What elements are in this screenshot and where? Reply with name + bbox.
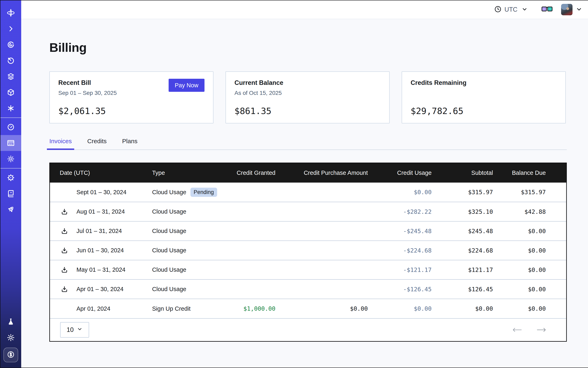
balance-due: $0.00 (493, 299, 566, 318)
credit-granted: $1,000.00 (219, 299, 275, 318)
rocket-icon (7, 205, 15, 214)
credit-usage: -$224.68 (368, 241, 432, 260)
subtotal: $224.68 (432, 241, 493, 260)
user-avatar[interactable] (561, 4, 572, 15)
subtotal: $245.48 (432, 221, 493, 241)
balance-due: $0.00 (493, 260, 566, 279)
credit-granted (219, 241, 275, 260)
sidebar-item-cube[interactable] (0, 84, 21, 100)
invoice-date: Apr 01, 2024 (76, 305, 110, 312)
download-invoice-icon[interactable] (61, 208, 68, 215)
content: Billing Recent Bill Sep 01 – Sep 30, 202… (21, 19, 588, 368)
invoice-type: Cloud Usage (152, 267, 186, 273)
tab-plans[interactable]: Plans (120, 138, 140, 149)
invoice-date: Jun 01 – 30, 2024 (76, 247, 124, 254)
invoice-date: Sept 01 – 30, 2024 (76, 189, 127, 196)
summary-cards: Recent Bill Sep 01 – Sep 30, 2025 Pay No… (49, 71, 567, 123)
balance-as-of: As of Oct 15, 2025 (235, 90, 381, 96)
billing-card-icon (7, 139, 15, 147)
subtotal: $0.00 (432, 299, 493, 318)
sidebar-item-theme[interactable] (0, 330, 21, 346)
invoice-date: Aug 01 – 31, 2024 (76, 208, 125, 215)
page-size-select[interactable]: 10 (60, 322, 89, 338)
invoice-date: Apr 01 – 30, 2024 (76, 286, 124, 293)
credit-usage: $0.00 (368, 183, 432, 202)
sidebar-item-launch[interactable] (0, 202, 21, 217)
column-balance-due: Balance Due (493, 163, 566, 183)
credit-usage: -$282.22 (368, 202, 432, 221)
sun-icon (7, 333, 15, 342)
timezone-selector[interactable]: UTC (494, 6, 528, 14)
gear-icon (7, 155, 15, 163)
sidebar-item-history[interactable] (0, 53, 21, 69)
subtotal: $121.17 (432, 260, 493, 279)
table-row: Aug 01 – 31, 2024 Cloud Usage -$282.22 $… (50, 202, 566, 221)
invoices-table: Date (UTC) Type Credit Granted Credit Pu… (49, 163, 567, 342)
sidebar-item-docs[interactable] (0, 186, 21, 202)
credit-granted (219, 260, 275, 279)
credit-usage: -$126.45 (368, 279, 432, 299)
invoice-type: Cloud Usage (152, 208, 186, 215)
sidebar-item-observe[interactable] (0, 37, 21, 53)
download-invoice-icon[interactable] (61, 285, 68, 293)
credit-usage: $0.00 (368, 299, 432, 318)
download-invoice-icon[interactable] (61, 247, 68, 254)
tab-credits[interactable]: Credits (85, 138, 109, 149)
subtotal: $126.45 (432, 279, 493, 299)
credit-granted (219, 183, 275, 202)
balance-due: $0.00 (493, 241, 566, 260)
billing-tabs: Invoices Credits Plans (49, 138, 567, 150)
credits-button[interactable] (3, 348, 18, 362)
sidebar-item-logo[interactable] (0, 5, 21, 21)
topbar: UTC (21, 0, 588, 19)
credit-purchase-amount: $0.00 (275, 299, 368, 318)
spiral-icon (7, 41, 15, 49)
sidebar-item-billing[interactable] (0, 135, 21, 151)
reader-mode-toggle[interactable] (541, 5, 553, 14)
credits-remaining-amount: $29,782.65 (411, 106, 557, 116)
sidebar-item-usage[interactable] (0, 119, 21, 135)
invoice-type: Cloud Usage (152, 228, 186, 234)
column-credit-granted: Credit Granted (219, 163, 275, 183)
sidebar-item-layers[interactable] (0, 69, 21, 84)
table-header-row: Date (UTC) Type Credit Granted Credit Pu… (50, 163, 566, 183)
clock-icon (494, 6, 502, 14)
sidebar-item-expand[interactable] (0, 21, 21, 37)
sidebar-item-labs[interactable] (0, 314, 21, 330)
chevron-right-icon (7, 25, 15, 32)
sidebar-divider (0, 168, 21, 168)
credit-purchase-amount (275, 260, 368, 279)
credit-purchase-amount (275, 183, 368, 202)
sidebar-item-fleet[interactable] (0, 170, 21, 186)
table-row: Apr 01 – 30, 2024 Cloud Usage -$126.45 $… (50, 279, 566, 299)
sidebar-item-settings[interactable] (0, 151, 21, 167)
download-invoice-icon[interactable] (61, 266, 68, 274)
prev-page-button[interactable] (512, 327, 522, 333)
invoice-date: May 01 – 31, 2024 (76, 267, 125, 273)
balance-due: $0.00 (493, 221, 566, 241)
column-type: Type (152, 163, 219, 183)
account-menu-chevron-icon[interactable] (576, 6, 582, 13)
credit-purchase-amount (275, 279, 368, 299)
credit-granted (219, 279, 275, 299)
docs-book-icon (7, 190, 15, 198)
sidebar-divider (0, 118, 21, 118)
balance-due: $42.88 (493, 202, 566, 221)
main-area: UTC (21, 0, 588, 368)
card-title: Current Balance (235, 79, 381, 86)
invoice-type: Sign Up Credit (152, 305, 191, 312)
app-frame: UTC (0, 0, 588, 368)
page-size-value: 10 (67, 326, 74, 333)
download-invoice-icon[interactable] (61, 228, 68, 235)
sidebar-item-asterisk[interactable] (0, 100, 21, 116)
balance-due: $0.00 (493, 279, 566, 299)
credit-purchase-amount (275, 241, 368, 260)
sidebar (0, 0, 21, 368)
pay-now-button[interactable]: Pay Now (169, 79, 205, 92)
pager (512, 327, 547, 333)
table-row: May 01 – 31, 2024 Cloud Usage -$121.17 $… (50, 260, 566, 279)
tab-invoices[interactable]: Invoices (47, 138, 74, 149)
credits-remaining-card: Credits Remaining $29,782.65 (402, 71, 566, 123)
table-row: Jul 01 – 31, 2024 Cloud Usage -$245.48 $… (50, 221, 566, 241)
next-page-button[interactable] (536, 327, 547, 333)
